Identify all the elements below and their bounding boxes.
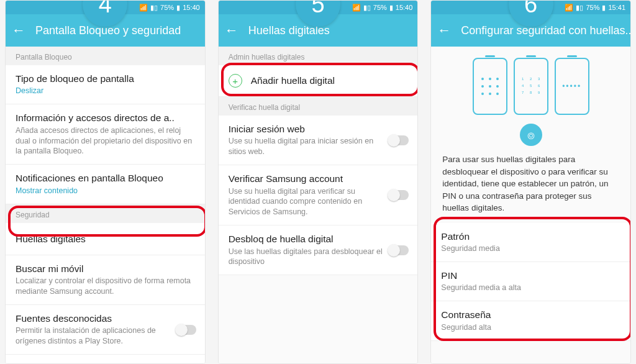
row-title: PIN	[441, 270, 620, 281]
row-find-my-mobile[interactable]: Buscar mi móvil Localizar y controlar el…	[6, 255, 205, 305]
row-notifications[interactable]: Notificaciones en pantalla Bloqueo Mostr…	[6, 165, 205, 204]
back-arrow-icon[interactable]: ←	[12, 22, 25, 39]
battery-pct: 75%	[586, 4, 599, 11]
security-illustration: 123456789 •••••	[431, 47, 630, 120]
row-unknown-sources[interactable]: Fuentes desconocidas Permitir la instala…	[6, 305, 205, 355]
content-area: Pantalla Bloqueo Tipo de bloqueo de pant…	[6, 47, 205, 363]
clock: 15:41	[608, 4, 625, 11]
row-fingerprint-unlock[interactable]: Desbloq de huella digital Use las huella…	[219, 225, 418, 275]
row-title: Tipo de bloqueo de pantalla	[16, 73, 195, 84]
toggle-unknown-sources[interactable]	[176, 325, 196, 335]
wifi-icon: 📶	[352, 4, 361, 12]
toggle-fingerprint-unlock[interactable]	[389, 245, 409, 255]
row-sub: Seguridad media a alta	[441, 283, 620, 293]
battery-pct: 75%	[373, 4, 387, 11]
row-info-shortcuts[interactable]: Información y accesos directos de a.. Añ…	[6, 104, 205, 165]
row-password[interactable]: Contraseña Seguridad alta	[431, 301, 630, 340]
row-sub: Seguridad media	[441, 243, 620, 254]
row-sub: Localizar y controlar el dispositivo de …	[16, 276, 195, 297]
explanation-text: Para usar sus huellas digitales para des…	[431, 148, 630, 223]
row-web-signin[interactable]: Iniciar sesión web Use su huella digital…	[219, 116, 418, 165]
row-sub: Seguridad alta	[441, 322, 620, 333]
row-verify-samsung[interactable]: Verificar Samsung account Use su huella …	[219, 165, 418, 225]
row-add-fingerprint[interactable]: + Añadir huella digital	[219, 65, 418, 97]
row-sub: Use su huella digital para iniciar sesió…	[229, 136, 383, 157]
row-title: Añadir huella digital	[251, 75, 335, 86]
content-area: 123456789 ••••• ⌾ Para usar sus huellas …	[431, 47, 630, 363]
signal-icon: ▮▯	[576, 4, 583, 12]
pattern-phone-icon	[473, 58, 507, 115]
row-title: Buscar mi móvil	[16, 263, 195, 275]
battery-icon: ▮	[176, 4, 180, 12]
clock: 15:40	[183, 4, 200, 11]
toggle-web-signin[interactable]	[389, 135, 409, 145]
section-header-verify: Verificac huella digital	[219, 97, 418, 116]
battery-pct: 75%	[160, 4, 174, 11]
wifi-icon: 📶	[565, 4, 573, 12]
screen-4-lockscreen-security: 4 📶 ▮▯ 75% ▮ 15:40 ← Pantalla Bloqueo y …	[5, 0, 206, 364]
screen-5-fingerprints: 5 📶 ▮▯ 75% ▮ 15:40 ← Huellas digitales A…	[218, 0, 419, 364]
back-arrow-icon[interactable]: ←	[225, 22, 238, 39]
row-title: Iniciar sesión web	[229, 123, 383, 135]
page-title: Configurar seguridad con huellas...	[461, 24, 630, 37]
section-header-security: Seguridad	[6, 204, 205, 223]
row-sub: Use su huella digital para verificar su …	[229, 186, 383, 218]
signal-icon: ▮▯	[363, 4, 371, 12]
screen-6-setup-security: 6 📶 ▮▯ 75% ▮ 15:41 ← Configurar segurida…	[430, 0, 631, 364]
row-lock-type[interactable]: Tipo de bloqueo de pantalla Deslizar	[6, 65, 205, 104]
row-sub: Permitir la instalación de aplicaciones …	[16, 325, 170, 347]
row-title: Huellas digitales	[16, 233, 195, 245]
wifi-icon: 📶	[139, 4, 148, 12]
row-title: Notificaciones en pantalla Bloqueo	[16, 172, 195, 184]
row-title: Información y accesos directos de a..	[16, 112, 195, 124]
row-pattern[interactable]: Patrón Seguridad media	[431, 223, 630, 262]
row-sub: Mostrar contenido	[16, 186, 195, 196]
row-title: Proteger datos cifrados	[16, 362, 195, 363]
fingerprint-icon: ⌾	[520, 124, 542, 146]
row-sub: Añada accesos directos de aplicaciones, …	[16, 125, 195, 157]
pin-phone-icon: 123456789	[514, 58, 548, 115]
row-title: Fuentes desconocidas	[16, 312, 170, 324]
plus-icon: +	[229, 74, 242, 88]
row-sub: Use las huellas digitales para desbloque…	[229, 247, 383, 268]
back-arrow-icon[interactable]: ←	[437, 22, 451, 39]
row-title: Verificar Samsung account	[229, 173, 383, 184]
battery-icon: ▮	[602, 4, 606, 12]
row-title: Patrón	[441, 230, 620, 242]
row-title: Contraseña	[441, 309, 620, 321]
signal-icon: ▮▯	[150, 4, 158, 12]
password-phone-icon: •••••	[555, 58, 589, 115]
row-pin[interactable]: PIN Seguridad media a alta	[431, 262, 630, 301]
content-area: Admin huellas digitales + Añadir huella …	[219, 47, 418, 363]
row-fingerprints[interactable]: Huellas digitales	[6, 223, 205, 255]
section-header-lockscreen: Pantalla Bloqueo	[6, 47, 205, 65]
row-title: Desbloq de huella digital	[229, 233, 383, 245]
clock: 15:40	[396, 4, 413, 11]
row-protect-encrypted[interactable]: Proteger datos cifrados	[6, 355, 205, 363]
toggle-verify-samsung[interactable]	[389, 190, 409, 200]
row-sub: Deslizar	[16, 86, 195, 96]
section-header-admin: Admin huellas digitales	[219, 47, 418, 65]
battery-icon: ▮	[389, 4, 393, 12]
